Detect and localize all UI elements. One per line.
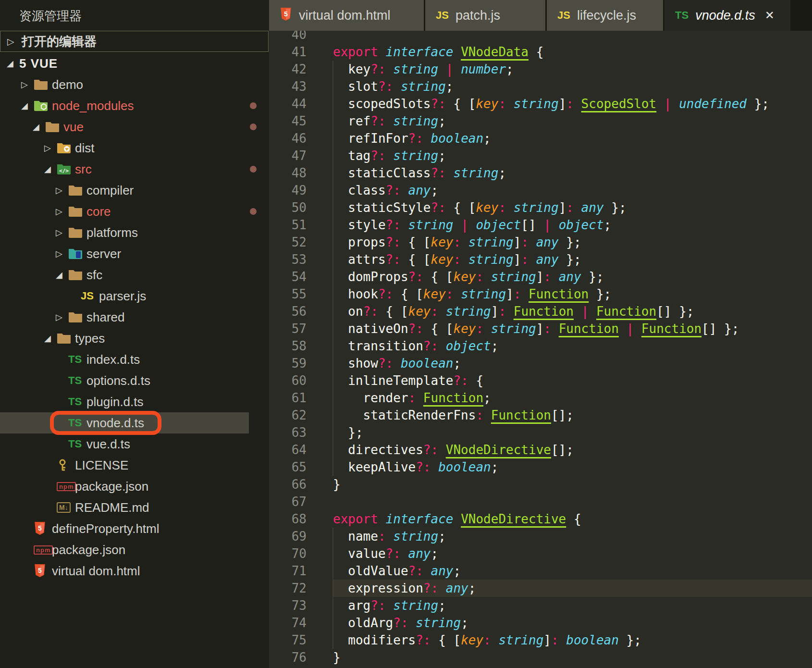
tree-item-label: node_modules: [52, 99, 134, 113]
code-line-75[interactable]: 75 modifiers?: { [key: string]: boolean …: [269, 631, 812, 649]
code-line-62[interactable]: 62 staticRenderFns: Function[];: [269, 407, 812, 424]
code-line-48[interactable]: 48 staticClass?: string;: [269, 164, 812, 182]
code-line-43[interactable]: 43 slot?: string;: [269, 78, 812, 95]
code-line-54[interactable]: 54 domProps?: { [key: string]: any };: [269, 268, 812, 285]
line-text: key?: string | number;: [333, 61, 514, 78]
editor-tab-bar: 5virtual dom.htmlJSpatch.jsJSlifecycle.j…: [269, 0, 812, 31]
chevron-expanded-icon[interactable]: ◢: [7, 58, 19, 69]
tab-patch-js[interactable]: JSpatch.js: [425, 0, 545, 31]
line-text: staticClass?: string;: [333, 164, 506, 182]
line-number: 65: [269, 458, 308, 476]
chevron-collapsed-icon[interactable]: ▷: [56, 185, 68, 196]
code-line-44[interactable]: 44 scopedSlots?: { [key: string]: Scoped…: [269, 95, 812, 112]
code-line-56[interactable]: 56 on?: { [key: string]: Function | Func…: [269, 303, 812, 320]
tree-item-parser-js[interactable]: JSparser.js: [0, 285, 269, 307]
chevron-collapsed-icon[interactable]: ▷: [44, 143, 57, 153]
code-line-50[interactable]: 50 staticStyle?: { [key: string]: any };: [269, 199, 812, 216]
tree-item-plugin-d-ts[interactable]: TSplugin.d.ts: [0, 391, 269, 412]
tree-item-readme-md[interactable]: M↓README.md: [0, 497, 269, 518]
code-line-55[interactable]: 55 hook?: { [key: string]: Function };: [269, 285, 812, 303]
code-line-58[interactable]: 58 transition?: object;: [269, 337, 812, 355]
tree-item-shared[interactable]: ▷shared: [0, 307, 269, 328]
tree-item-core[interactable]: ▷core: [0, 201, 269, 222]
chevron-expanded-icon[interactable]: ◢: [33, 122, 45, 132]
chevron-expanded-icon[interactable]: ◢: [44, 333, 57, 344]
tree-item-index-d-ts[interactable]: TSindex.d.ts: [0, 349, 269, 370]
tree-item-types[interactable]: ◢types: [0, 328, 269, 349]
code-line-53[interactable]: 53 attrs?: { [key: string]: any };: [269, 251, 812, 268]
open-editors-section[interactable]: ▷ 打开的编辑器: [0, 31, 269, 52]
tree-item-5-vue[interactable]: ◢5 VUE: [0, 53, 269, 74]
code-line-65[interactable]: 65 keepAlive?: boolean;: [269, 458, 812, 476]
chevron-expanded-icon[interactable]: ◢: [44, 164, 57, 174]
code-line-59[interactable]: 59 show?: boolean;: [269, 355, 812, 372]
tree-item-platforms[interactable]: ▷platforms: [0, 222, 269, 243]
tree-item-label: compiler: [86, 183, 134, 198]
code-line-74[interactable]: 74 oldArg?: string;: [269, 614, 812, 631]
code-line-64[interactable]: 64 directives?: VNodeDirective[];: [269, 441, 812, 458]
code-line-71[interactable]: 71 oldValue?: any;: [269, 562, 812, 580]
code-line-69[interactable]: 69 name: string;: [269, 528, 812, 545]
code-line-46[interactable]: 46 refInFor?: boolean;: [269, 130, 812, 147]
html-icon: 5: [280, 8, 292, 23]
tree-item-package-json[interactable]: npmpackage.json: [0, 476, 269, 497]
line-number: 52: [269, 234, 308, 251]
tree-item-src[interactable]: ◢</>src: [0, 159, 269, 180]
line-number: 50: [269, 199, 308, 216]
code-editor[interactable]: 4041export interface VNodeData {42 key?:…: [269, 0, 812, 668]
code-line-41[interactable]: 41export interface VNodeData {: [269, 43, 812, 61]
tree-item-compiler[interactable]: ▷compiler: [0, 180, 269, 201]
tree-item-defineproperty-html[interactable]: 5defineProperty.html: [0, 518, 269, 539]
code-line-42[interactable]: 42 key?: string | number;: [269, 61, 812, 78]
tree-item-package-json[interactable]: npmpackage.json: [0, 539, 269, 560]
tree-item-label: README.md: [75, 500, 149, 515]
chevron-collapsed-icon[interactable]: ▷: [56, 227, 68, 238]
chevron-expanded-icon[interactable]: ◢: [56, 270, 68, 280]
tree-item-vue[interactable]: ◢vue: [0, 116, 269, 137]
chevron-expanded-icon[interactable]: ◢: [21, 100, 34, 111]
tree-item-options-d-ts[interactable]: TSoptions.d.ts: [0, 370, 269, 391]
code-line-76[interactable]: 76}: [269, 649, 812, 666]
code-line-60[interactable]: 60 inlineTemplate?: {: [269, 372, 812, 389]
tab-lifecycle-js[interactable]: JSlifecycle.js: [547, 0, 663, 31]
close-icon[interactable]: ✕: [765, 9, 775, 22]
code-line-45[interactable]: 45 ref?: string;: [269, 112, 812, 130]
tree-item-server[interactable]: ▷server: [0, 243, 269, 264]
ts-icon: TS: [68, 353, 86, 366]
chevron-collapsed-icon[interactable]: ▷: [21, 79, 34, 90]
code-line-47[interactable]: 47 tag?: string;: [269, 147, 812, 164]
code-line-72[interactable]: 72 expression?: any;: [269, 580, 812, 597]
tab-vnode-d-ts[interactable]: TSvnode.d.ts✕: [664, 0, 790, 31]
code-line-63[interactable]: 63 };: [269, 424, 812, 441]
explorer-sidebar: 资源管理器 ▷ 打开的编辑器 ◢5 VUE▷demo◢node_modules◢…: [0, 0, 269, 668]
code-line-51[interactable]: 51 style?: string | object[] | object;: [269, 216, 812, 234]
line-number: 73: [269, 597, 308, 614]
tree-item-demo[interactable]: ▷demo: [0, 74, 269, 95]
tree-item-node-modules[interactable]: ◢node_modules: [0, 95, 269, 116]
tree-item-sfc[interactable]: ◢sfc: [0, 264, 269, 285]
selection-annotation-rectangle: [50, 411, 161, 435]
code-line-73[interactable]: 73 arg?: string;: [269, 597, 812, 614]
chevron-collapsed-icon[interactable]: ▷: [56, 312, 68, 322]
code-line-49[interactable]: 49 class?: any;: [269, 182, 812, 199]
code-line-52[interactable]: 52 props?: { [key: string]: any };: [269, 234, 812, 251]
code-line-57[interactable]: 57 nativeOn?: { [key: string]: Function …: [269, 320, 812, 337]
tab-virtual-dom-html[interactable]: 5virtual dom.html: [269, 0, 424, 31]
tree-item-vue-d-ts[interactable]: TSvue.d.ts: [0, 433, 269, 455]
line-number: 64: [269, 441, 308, 458]
line-text: slot?: string;: [333, 78, 453, 95]
chevron-collapsed-icon[interactable]: ▷: [56, 248, 68, 259]
code-line-61[interactable]: 61 render: Function;: [269, 389, 812, 407]
tree-item-dist[interactable]: ▷dist: [0, 137, 269, 159]
tree-item-virtual-dom-html[interactable]: 5virtual dom.html: [0, 560, 269, 581]
code-line-67[interactable]: 67: [269, 493, 812, 510]
line-text: }: [333, 476, 341, 493]
code-line-70[interactable]: 70 value?: any;: [269, 545, 812, 562]
chevron-collapsed-icon[interactable]: ▷: [56, 206, 68, 217]
code-line-68[interactable]: 68export interface VNodeDirective {: [269, 510, 812, 528]
tree-item-license[interactable]: LICENSE: [0, 455, 269, 476]
line-number: 49: [269, 182, 308, 199]
tree-item-label: plugin.d.ts: [86, 395, 144, 409]
line-number: 68: [269, 510, 308, 528]
code-line-66[interactable]: 66}: [269, 476, 812, 493]
